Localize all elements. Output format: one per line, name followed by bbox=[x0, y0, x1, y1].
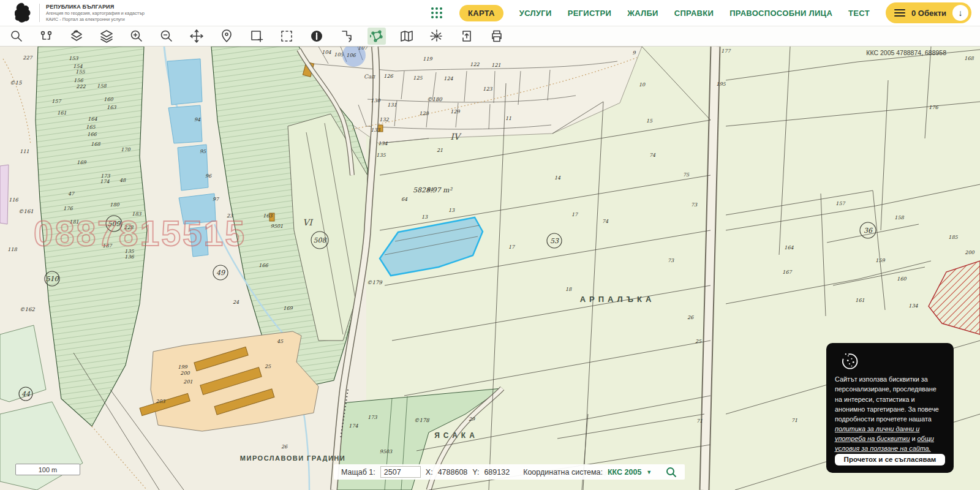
nav-uslugi[interactable]: УСЛУГИ bbox=[519, 9, 552, 18]
select-extent-icon bbox=[280, 29, 293, 43]
measure-area-icon bbox=[370, 29, 383, 43]
map-overview-button[interactable] bbox=[398, 28, 416, 45]
app-header: РЕПУБЛИКА БЪЛГАРИЯ Агенция по геодезия, … bbox=[0, 0, 980, 26]
cookie-accept-button[interactable]: Прочетох и се съгласявам bbox=[835, 454, 945, 466]
scale-input[interactable] bbox=[380, 466, 421, 478]
nav-spravki[interactable]: СПРАВКИ bbox=[674, 9, 714, 18]
logo[interactable]: РЕПУБЛИКА БЪЛГАРИЯ Агенция по геодезия, … bbox=[15, 2, 145, 23]
x-label: X: bbox=[426, 468, 433, 477]
print-button[interactable] bbox=[488, 28, 506, 45]
scale-bar-label: 100 m bbox=[39, 466, 58, 473]
privacy-policy-link[interactable]: политика за лични данни и употреба на би… bbox=[835, 425, 919, 442]
info-button[interactable] bbox=[307, 28, 326, 45]
cookie-text-1: Сайтът използва бисквитки за персонализи… bbox=[835, 375, 939, 423]
nav-karta[interactable]: КАРТА bbox=[459, 5, 503, 21]
main-nav: КАРТА УСЛУГИ РЕГИСТРИ ЖАЛБИ СПРАВКИ ПРАВ… bbox=[431, 2, 971, 23]
hamburger-icon bbox=[894, 9, 905, 17]
cookie-consent-dialog: Сайтът използва бисквитки за персонализи… bbox=[826, 343, 954, 473]
coordinates-button[interactable] bbox=[428, 28, 446, 45]
measure-distance-button[interactable] bbox=[337, 28, 356, 45]
select-area-button[interactable] bbox=[247, 28, 266, 45]
nav-zhalbi[interactable]: ЖАЛБИ bbox=[627, 9, 658, 18]
logo-subtitle-1: Агенция по геодезия, картография и кадас… bbox=[46, 10, 145, 16]
select-extent-button[interactable] bbox=[277, 28, 296, 45]
logo-divider bbox=[39, 4, 40, 22]
coordinates-icon bbox=[429, 29, 444, 43]
down-arrow-icon: ↓ bbox=[959, 8, 963, 18]
select-area-icon bbox=[250, 29, 263, 43]
marker-button[interactable] bbox=[217, 28, 236, 45]
cookie-text-2: и bbox=[910, 435, 918, 442]
apps-grid-icon[interactable] bbox=[431, 7, 442, 18]
zoom-in-button[interactable] bbox=[127, 28, 146, 45]
y-value: 689132 bbox=[484, 468, 510, 477]
cookie-text: Сайтът използва бисквитки за персонализи… bbox=[835, 374, 945, 454]
layers-icon bbox=[99, 29, 114, 43]
y-label: Y: bbox=[472, 468, 479, 477]
nav-test[interactable]: ТЕСТ bbox=[848, 9, 870, 18]
map-overview-icon bbox=[399, 29, 414, 43]
nav-registri[interactable]: РЕГИСТРИ bbox=[568, 9, 611, 18]
status-bar: Мащаб 1: X: 4788608 Y: 689132 Координатн… bbox=[334, 464, 685, 480]
coat-of-arms-logo bbox=[15, 2, 33, 23]
logo-title: РЕПУБЛИКА БЪЛГАРИЯ bbox=[46, 4, 145, 10]
measure-distance-icon bbox=[340, 29, 353, 43]
crs-label: Координатна система: bbox=[523, 468, 603, 477]
measure-area-button[interactable] bbox=[368, 28, 386, 45]
export-button[interactable] bbox=[458, 28, 476, 45]
base-layers-icon bbox=[69, 29, 84, 43]
info-icon bbox=[310, 29, 323, 43]
route-settings-button[interactable] bbox=[37, 28, 56, 45]
search-tool-button[interactable] bbox=[7, 28, 26, 45]
logo-subtitle-2: КАИС - Портал за електронни услуги bbox=[46, 17, 145, 22]
cookie-icon bbox=[835, 350, 864, 371]
search-icon bbox=[10, 29, 23, 43]
pan-button[interactable] bbox=[187, 28, 206, 45]
pan-icon bbox=[189, 29, 204, 43]
print-icon bbox=[490, 29, 503, 43]
zoom-out-icon bbox=[160, 29, 173, 43]
scale-bar: 100 m bbox=[15, 464, 80, 475]
route-settings-icon bbox=[40, 29, 53, 43]
objects-button[interactable]: 0 Обекти ↓ bbox=[886, 2, 971, 23]
scale-label: Мащаб 1: bbox=[341, 468, 375, 477]
marker-icon bbox=[221, 29, 233, 43]
layers-button[interactable] bbox=[97, 28, 116, 45]
collapse-arrow-button[interactable]: ↓ bbox=[952, 5, 968, 21]
search-icon bbox=[665, 466, 677, 478]
export-icon bbox=[461, 29, 473, 43]
base-layers-button[interactable] bbox=[67, 28, 86, 45]
zoom-out-button[interactable] bbox=[157, 28, 176, 45]
coordinate-search-button[interactable] bbox=[665, 466, 677, 478]
pink-parcel bbox=[0, 165, 9, 224]
objects-count-label: 0 Обекти bbox=[911, 9, 946, 18]
crs-selector[interactable]: ККС 2005 bbox=[608, 468, 641, 477]
crs-caret-icon[interactable]: ▼ bbox=[646, 469, 652, 475]
x-value: 4788608 bbox=[438, 468, 468, 477]
zoom-in-icon bbox=[130, 29, 143, 43]
nav-pravosposobni-litsa[interactable]: ПРАВОСПОСОБНИ ЛИЦА bbox=[729, 9, 832, 18]
map-toolbar bbox=[0, 26, 980, 47]
